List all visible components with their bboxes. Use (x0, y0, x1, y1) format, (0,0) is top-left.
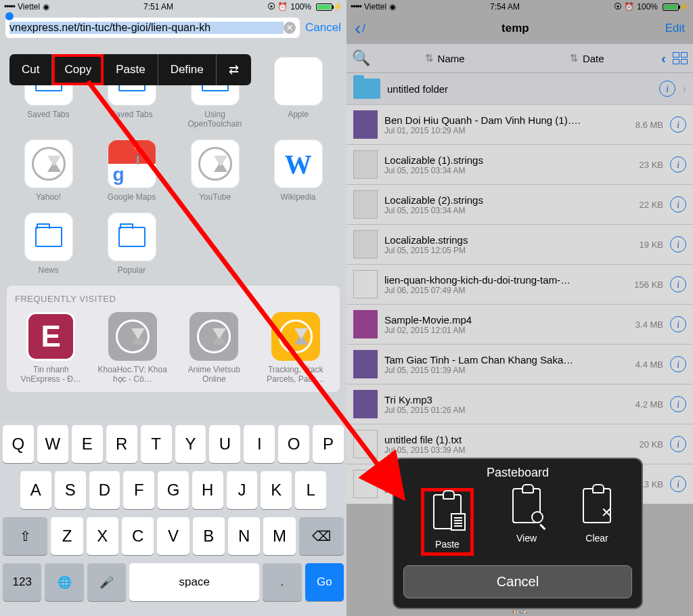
favorite-popular[interactable]: Popular (90, 213, 173, 275)
wifi-icon: ◉ (389, 2, 396, 12)
key-b[interactable]: B (193, 517, 225, 555)
globe-key[interactable]: 🌐 (45, 563, 83, 601)
clear-icon[interactable]: ✕ (284, 22, 296, 34)
key-a[interactable]: A (20, 471, 51, 509)
key-t[interactable]: T (141, 425, 172, 463)
favorite-wikipedia[interactable]: WWikipedia (256, 139, 340, 202)
info-icon[interactable]: i (670, 356, 686, 372)
folder-row[interactable]: untitled folder i › (346, 73, 693, 105)
info-icon[interactable]: i (670, 116, 686, 133)
freq-vnexpress[interactable]: ETin nhanh VnExpress - Đ… (15, 312, 87, 384)
shift-key[interactable]: ⇧ (3, 517, 47, 555)
file-row[interactable]: HTML lien-quan-khong-kich-du-doi-trung-t… (346, 265, 693, 305)
define-button[interactable]: Define (158, 54, 217, 85)
freq-tracking[interactable]: Tracking, Track Parcels, Pack… (260, 312, 332, 384)
text-edit-menu: Cut Copy Paste Define ⇄ (9, 54, 251, 85)
cut-button[interactable]: Cut (9, 54, 52, 85)
status-icons: ⦿ ⏰ (267, 2, 288, 12)
collapse-icon[interactable]: ‹ (661, 51, 666, 66)
cancel-button[interactable]: Cancel (305, 21, 341, 35)
freq-title: FREQUENTLY VISITED (15, 294, 332, 304)
key-q[interactable]: Q (3, 425, 34, 463)
key-p[interactable]: P (313, 425, 344, 463)
key-j[interactable]: J (227, 471, 258, 509)
file-row[interactable]: MP3 Ben Doi Hiu Quanh - Dam Vinh Hung (1… (346, 105, 693, 145)
selection-handle[interactable] (5, 12, 14, 20)
key-u[interactable]: U (209, 425, 240, 463)
freq-anime[interactable]: Anime Vietsub Online (178, 312, 250, 384)
status-icons: ⦿ ⏰ (614, 2, 634, 12)
info-icon[interactable]: i (659, 81, 675, 97)
favorite-news[interactable]: News (7, 213, 90, 275)
url-field[interactable]: vnexpress.net/tin-tuc/the-gioi/lien-quan… (5, 18, 300, 38)
info-icon[interactable]: i (670, 276, 686, 292)
paste-button[interactable]: Paste (104, 54, 158, 85)
copy-button[interactable]: Copy (52, 54, 104, 85)
key-w[interactable]: W (37, 425, 68, 463)
key-s[interactable]: S (55, 471, 86, 509)
key-y[interactable]: Y (175, 425, 206, 463)
numbers-key[interactable]: 123 (3, 563, 41, 601)
freq-khoahoc[interactable]: KhoaHoc.TV: Khoa học - Cô… (97, 312, 169, 384)
file-row[interactable]: Localizable.stringsJul 05, 2015 12:05 PM… (346, 225, 693, 265)
edit-button[interactable]: Edit (665, 22, 685, 35)
favorite-youtube[interactable]: YouTube (173, 139, 256, 202)
favorite-gmaps[interactable]: gGoogle Maps (90, 139, 173, 202)
favorite-apple[interactable]: Apple (256, 57, 340, 129)
favorite-yahoo[interactable]: Yahoo! (7, 139, 90, 202)
search-icon[interactable]: 🔍 (352, 49, 370, 67)
key-i[interactable]: I (244, 425, 275, 463)
info-icon[interactable]: i (670, 316, 686, 332)
chevron-icon: › (682, 82, 686, 96)
dot-key[interactable]: . (263, 563, 301, 601)
clear-action[interactable]: ✕ Clear (579, 488, 614, 556)
key-o[interactable]: O (278, 425, 309, 463)
file-row[interactable]: MP3 Tam Giac Tinh - Lam Chan Khang Saka…… (346, 345, 693, 384)
wikipedia-icon: W (274, 139, 323, 188)
key-f[interactable]: F (123, 471, 154, 509)
status-bar: ••••• Viettel ◉ 7:54 AM ⦿ ⏰ 100% ⚡ (346, 0, 693, 14)
paste-action[interactable]: Paste (430, 494, 465, 550)
key-r[interactable]: R (106, 425, 137, 463)
file-icon: MP3 (353, 110, 378, 139)
sort-bar: 🔍 ⇅Name ⇅Date ‹ (346, 43, 693, 73)
space-key[interactable]: space (129, 563, 259, 601)
mic-key[interactable]: 🎤 (87, 563, 126, 601)
key-n[interactable]: N (228, 517, 260, 555)
info-icon[interactable]: i (670, 196, 686, 213)
view-action[interactable]: View (509, 488, 544, 556)
key-c[interactable]: C (122, 517, 154, 555)
battery-icon: ⚡ (661, 2, 689, 12)
key-d[interactable]: D (89, 471, 120, 509)
sort-name[interactable]: ⇅Name (377, 52, 512, 64)
sort-date[interactable]: ⇅Date (519, 52, 654, 64)
file-row[interactable]: Localizable (2).stringsJul 05, 2015 03:3… (346, 185, 693, 225)
view-toggle[interactable] (673, 52, 688, 64)
info-icon[interactable]: i (670, 476, 686, 492)
key-v[interactable]: V (157, 517, 189, 555)
backspace-key[interactable]: ⌫ (299, 517, 344, 555)
file-row[interactable]: Localizable (1).stringsJul 05, 2015 03:3… (346, 145, 693, 185)
info-icon[interactable]: i (670, 156, 686, 173)
key-z[interactable]: Z (51, 517, 83, 555)
info-icon[interactable]: i (670, 236, 686, 252)
battery-percent: 100% (290, 2, 311, 12)
file-row[interactable]: MP4 Sample-Movie.mp4Jul 02, 2015 12:01 A… (346, 305, 693, 345)
key-x[interactable]: X (87, 517, 118, 555)
more-icon[interactable]: ⇄ (217, 54, 251, 85)
file-row[interactable]: MP3 Tri Ky.mp3Jul 05, 2015 01:26 AM 4.2 … (346, 384, 693, 424)
info-icon[interactable]: i (670, 436, 686, 452)
key-g[interactable]: G (158, 471, 189, 509)
key-h[interactable]: H (192, 471, 223, 509)
key-l[interactable]: L (295, 471, 326, 509)
file-icon: MP3 (353, 390, 378, 418)
key-m[interactable]: M (263, 517, 295, 555)
pasteboard-cancel[interactable]: Cancel (403, 565, 632, 598)
info-icon[interactable]: i (670, 396, 686, 412)
go-key[interactable]: Go (305, 563, 344, 601)
key-k[interactable]: K (261, 471, 292, 509)
pasteboard-sheet: Pasteboard Paste View ✕ Clear Cancel (393, 458, 643, 609)
frequently-visited: FREQUENTLY VISITED ETin nhanh VnExpress … (7, 286, 340, 392)
back-button[interactable]: ‹/ (355, 18, 365, 39)
key-e[interactable]: E (72, 425, 103, 463)
